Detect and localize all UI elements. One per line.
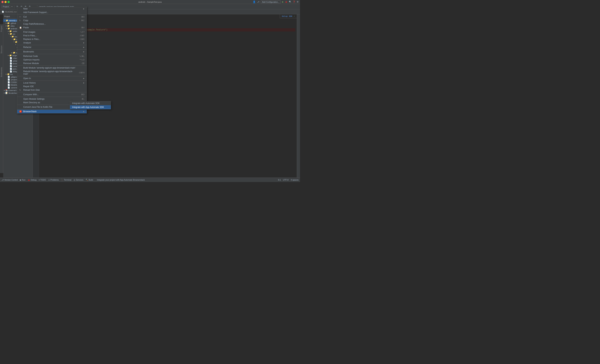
bs-logo-icon: B — [19, 110, 22, 113]
menu-repair-ide[interactable]: Repair IDE — [17, 85, 87, 88]
minimize-button[interactable] — [4, 1, 7, 3]
menu-find-usages[interactable]: Find Usages ⌥F7 — [17, 30, 87, 34]
setup-sdk-check[interactable]: ✓ — [294, 15, 295, 17]
search-icon[interactable]: 🔍 — [289, 1, 291, 3]
menu-reformat[interactable]: Reformat Code ⌥⌘L — [17, 54, 87, 58]
separator-4 — [17, 49, 87, 50]
tab-readme-label: README.md — [5, 11, 17, 13]
add-config-button[interactable]: Add Configuration... — [261, 0, 281, 3]
close-button[interactable] — [1, 1, 4, 3]
menu-paste[interactable]: 📋 Paste ⌘V — [17, 26, 87, 29]
src-arrow: ▼ — [8, 33, 9, 35]
bookmarks-vert-label[interactable]: Bookmarks — [0, 66, 3, 78]
menu-replace-files-label: Replace in Files... — [23, 38, 76, 40]
menu-add-framework[interactable]: Add Framework Support... — [17, 10, 87, 14]
menu-browserstack[interactable]: B BrowserStack ▶ — [17, 110, 87, 113]
submenu-app-automate-sdk[interactable]: Integrate with App Automate SDK — [70, 105, 111, 109]
replace-files-shortcut: ⇧⌘R — [79, 38, 84, 40]
menu-optimize-label: Optimize Imports — [23, 58, 76, 61]
target-label: target — [12, 54, 17, 56]
cursor-position: 6:1 — [278, 179, 281, 181]
app-automate-sdk-label: Integrate with App Automate SDK — [72, 106, 104, 108]
maximize-button[interactable] — [8, 1, 10, 3]
menu-bookmarks[interactable]: Bookmarks ▶ — [17, 50, 87, 54]
menu-rebuild-module[interactable]: Rebuild Module 'serenity-appium-app-brow… — [17, 70, 87, 76]
automate-sdk-label: Integrate with Automate SDK — [72, 102, 100, 104]
menu-reload[interactable]: ↻ Reload from Disk — [17, 88, 87, 92]
setup-sdk-banner: Setup SDK ✓ — [280, 14, 297, 18]
vcs-status[interactable]: ⎇ Version Control — [1, 179, 18, 181]
menu-open-in[interactable]: Open In ▶ — [17, 77, 87, 80]
submenu-automate-sdk[interactable]: Integrate with Automate SDK — [70, 101, 111, 105]
root-folder-icon: 📁 — [6, 19, 8, 22]
cut-shortcut: ⌘X — [81, 16, 84, 18]
problems-label: Problems — [50, 179, 59, 181]
serenity-icon: 📄 — [8, 86, 10, 89]
rebuild-shortcut: ⇧⌘F9 — [79, 72, 84, 74]
extlibs-icon: 📚 — [5, 89, 8, 92]
problems-status[interactable]: ⚠ Problems — [48, 179, 59, 181]
menu-find-files[interactable]: Find in Files... ⇧⌘F — [17, 34, 87, 37]
dropdown-arrow-icon[interactable]: ▼ — [11, 6, 13, 8]
menu-copy-path[interactable]: Copy Path/Reference... — [17, 22, 87, 26]
menu-refactor[interactable]: Refactor ▶ — [17, 46, 87, 49]
ios-arrow: ▶ — [6, 73, 7, 75]
menu-optimize-imports[interactable]: Optimize Imports ^⌥O — [17, 58, 87, 62]
refactor-arrow-icon: ▶ — [83, 46, 84, 48]
menu-replace-files[interactable]: Replace in Files... ⇧⌘R — [17, 37, 87, 41]
project-label[interactable]: Project — [1, 5, 10, 8]
github-label: .github — [10, 22, 16, 24]
readme-file-icon: 📄 — [2, 11, 4, 13]
status-message: Integrate your project with App Automate… — [97, 179, 145, 181]
find-usages-shortcut: ⌥F7 — [80, 31, 84, 33]
scratches-icon: 📝 — [5, 92, 8, 94]
run-icon[interactable]: ▶ — [282, 1, 283, 3]
extlibs-arrow: ▶ — [4, 90, 5, 91]
ios-icon: 📁 — [7, 73, 10, 75]
menu-cut[interactable]: ✂ Cut ⌘X — [17, 15, 87, 19]
debug-status[interactable]: 🐞 Debug — [28, 179, 36, 181]
target-arrow: ▶ — [8, 55, 9, 56]
debug-icon[interactable]: 🐞 — [285, 1, 288, 3]
src-icon: 📁 — [10, 33, 12, 35]
structure-vert-label[interactable]: Structure — [0, 44, 3, 55]
terminal-label: Terminal — [64, 179, 71, 181]
menu-remove-module[interactable]: Remove Module ⌫ — [17, 62, 87, 65]
help-icon[interactable]: ❓ — [293, 1, 295, 3]
copy-shortcut: ⌘C — [81, 19, 84, 22]
right-sidebar — [297, 14, 300, 177]
user-icon[interactable]: 👤 — [253, 0, 256, 3]
run-icon: ▶ — [20, 179, 21, 181]
menu-compare-with[interactable]: Compare With... ⌘D — [17, 93, 87, 96]
gitignore-icon: 📄 — [8, 76, 10, 78]
reformat-shortcut: ⌥⌘L — [79, 55, 84, 57]
run-label: Run — [22, 179, 25, 181]
menu-local-history[interactable]: Local History ▶ — [17, 81, 87, 85]
project-file-icon: 📄 — [10, 60, 12, 62]
services-status[interactable]: ◎ Services — [74, 179, 84, 181]
target-icon: 📁 — [9, 54, 12, 56]
project2-label: .project — [10, 79, 17, 81]
todo-status[interactable]: ≡ TODO — [39, 179, 46, 181]
reload-icon: ↻ — [19, 89, 22, 91]
menu-analyze[interactable]: Analyze ▶ — [17, 41, 87, 45]
settings-arrow: ▶ — [8, 30, 9, 32]
menu-open-module-settings[interactable]: Open Module Settings ⌘↓ — [17, 97, 87, 101]
build-status[interactable]: 🔨 Build — [85, 179, 93, 181]
vcs-icon[interactable]: ⎇ — [257, 1, 259, 3]
setup-sdk-link[interactable]: Setup SDK — [282, 15, 292, 17]
menu-build-module[interactable]: Build Module 'serenity-appium-app-browse… — [17, 66, 87, 70]
vcs-icon: ⎇ — [1, 179, 4, 181]
settings-icon[interactable]: ⚙ — [297, 1, 299, 3]
run-status[interactable]: ▶ Run — [20, 179, 25, 181]
terminal-status[interactable]: ⬛ Terminal — [61, 179, 71, 181]
project-vert-label[interactable]: Project — [0, 24, 3, 33]
menu-convert-kotlin-label: Convert Java File to Kotlin File — [23, 106, 74, 108]
sidebar-title: Project — [4, 16, 10, 18]
indent: 4 spaces — [291, 179, 299, 181]
menu-copy[interactable]: ⎘ Copy ⌘C — [17, 19, 87, 22]
browserstack-submenu: Integrate with Automate SDK Integrate wi… — [70, 101, 111, 109]
debug-icon: 🐞 — [28, 179, 30, 181]
open-in-arrow-icon: ▶ — [83, 77, 84, 79]
menu-new[interactable]: New ▶ — [17, 7, 87, 10]
